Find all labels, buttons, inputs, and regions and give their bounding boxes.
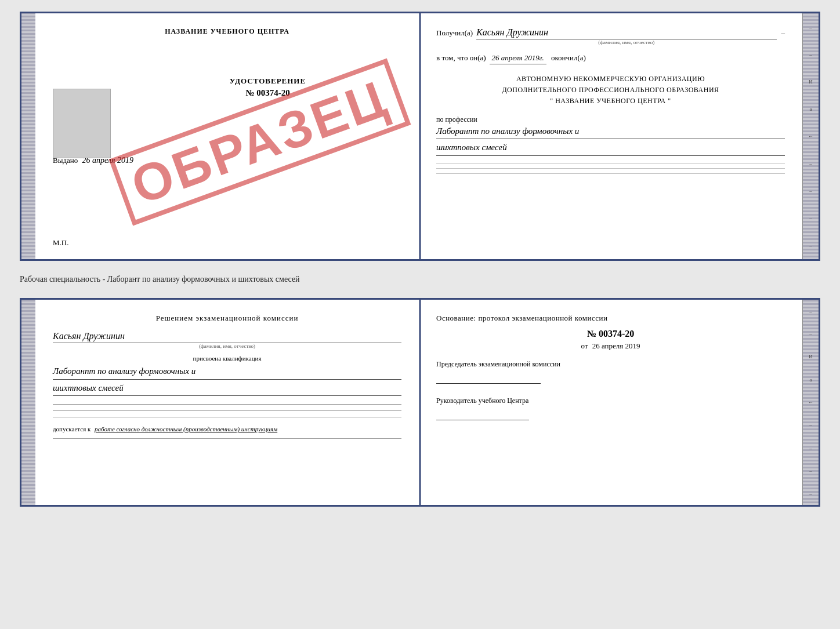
ot-label: от: [581, 341, 588, 350]
right-binding-strip-bottom: – – И а ← – – – –: [802, 300, 819, 505]
cert-right-panel: Получил(а) Касьян Дружинин (фамилия, имя…: [419, 13, 802, 259]
bottom-name-block: Касьян Дружинин (фамилия, имя, отчество): [53, 331, 401, 349]
poluchil-name: Касьян Дружинин: [476, 27, 776, 39]
poluchil-block: Получил(а) Касьян Дружинин (фамилия, имя…: [436, 27, 785, 45]
dopusk-text: работе согласно должностным (производств…: [95, 426, 277, 432]
ot-date: 26 апреля 2019: [592, 341, 640, 350]
bottom-right-panel: Основание: протокол экзаменационной коми…: [419, 300, 802, 505]
vtom-date: 26 апреля 2019г.: [490, 53, 546, 64]
cert-left-panel: НАЗВАНИЕ УЧЕБНОГО ЦЕНТРА УДОСТОВЕРЕНИЕ №…: [35, 13, 419, 259]
org-block: АВТОНОМНУЮ НЕКОММЕРЧЕСКУЮ ОРГАНИЗАЦИЮ ДО…: [436, 74, 785, 107]
dopusk-block: допускается к работе согласно должностны…: [53, 426, 401, 432]
b-i: И: [809, 354, 813, 359]
sig-line-2: [53, 410, 401, 411]
bottom-certificate: Решением экзаменационной комиссии Касьян…: [20, 298, 820, 507]
rb-number: № 00374-20: [436, 329, 785, 339]
cert-photo-placeholder: [53, 89, 111, 158]
binding-arrow: ←: [808, 133, 813, 139]
top-certificate: НАЗВАНИЕ УЧЕБНОГО ЦЕНТРА УДОСТОВЕРЕНИЕ №…: [20, 12, 820, 261]
vtom-block: в том, что он(а) 26 апреля 2019г. окончи…: [436, 53, 785, 64]
left-binding-strip: [21, 13, 35, 259]
predsedatel-label: Председатель экзаменационной комиссии: [436, 359, 785, 369]
b-dash-4: –: [809, 445, 812, 451]
dash-lines-right: [436, 163, 785, 174]
binding-dash-6: –: [809, 242, 812, 248]
binding-i: И: [809, 79, 813, 85]
rukovoditel-sig-line: [436, 420, 529, 420]
po-professii-label: по профессии: [436, 115, 785, 124]
sig-line-1: [53, 404, 401, 405]
dash-1: [436, 163, 785, 163]
bottom-name: Касьян Дружинин: [53, 331, 401, 343]
org-name-line: " НАЗВАНИЕ УЧЕБНОГО ЦЕНТРА ": [436, 96, 785, 107]
dash-3: [436, 173, 785, 174]
b-dash-1: –: [809, 308, 812, 314]
dopusk-label: допускается к: [53, 426, 90, 432]
cert-mp: М.П.: [53, 238, 68, 248]
okonchil-label: окончил(а): [551, 53, 586, 63]
bottom-fio-label: (фамилия, имя, отчество): [53, 343, 401, 349]
binding-dash-5: –: [809, 215, 812, 221]
rukovoditel-block: Руководитель учебного Центра: [436, 395, 785, 420]
predsedatel-sig-line: [436, 383, 541, 384]
osnovanie-label: Основание: протокол экзаменационной коми…: [436, 314, 785, 323]
b-a: а: [810, 377, 812, 383]
left-binding-strip-bottom: [21, 300, 35, 505]
resheniem-title: Решением экзаменационной комиссии: [53, 314, 401, 323]
dopusk-underline: [53, 438, 401, 439]
cert-school-title: НАЗВАНИЕ УЧЕБНОГО ЦЕНТРА: [53, 27, 401, 36]
b-dash-5: –: [809, 468, 812, 474]
cert-udost-label: УДОСТОВЕРЕНИЕ: [134, 77, 401, 86]
b-arrow: ←: [808, 399, 813, 405]
b-dash-3: –: [809, 422, 812, 428]
prisvoena-label: присвоена квалификация: [53, 355, 401, 362]
binding-a: а: [810, 106, 812, 112]
bottom-sig-lines: [53, 404, 401, 417]
b-dash-2: –: [809, 331, 812, 337]
kvali-line2: шихтповых смесей: [53, 381, 401, 397]
vtom-label: в том, что он(а): [436, 53, 486, 63]
cert-number: № 00374-20: [134, 88, 401, 98]
right-binding-strip-top: – – И а ← – – – –: [802, 13, 819, 259]
org-line1: АВТОНОМНУЮ НЕКОММЕРЧЕСКУЮ ОРГАНИЗАЦИЮ: [436, 74, 785, 85]
fio-label-top: (фамилия, имя, отчество): [476, 39, 776, 45]
predsedatel-block: Председатель экзаменационной комиссии: [436, 359, 785, 384]
binding-dash-3: –: [809, 161, 812, 166]
professiya-line2: шихтповых смесей: [436, 140, 785, 156]
rb-date-block: от 26 апреля 2019: [436, 341, 785, 351]
binding-label-1: –: [809, 24, 812, 30]
b-dash-6: –: [809, 490, 812, 496]
binding-label-2: –: [809, 52, 812, 57]
bottom-left-panel: Решением экзаменационной комиссии Касьян…: [35, 300, 419, 505]
professiya-line1: Лаборанпт по анализу формовочных и: [436, 124, 785, 140]
org-line2: ДОПОЛНИТЕЛЬНОГО ПРОФЕССИОНАЛЬНОГО ОБРАЗО…: [436, 85, 785, 96]
dash-2: [436, 168, 785, 169]
specialty-line: Рабочая специальность - Лаборант по анал…: [20, 270, 820, 289]
kvali-line1: Лаборанпт по анализу формовочных и: [53, 364, 401, 380]
rukovoditel-label: Руководитель учебного Центра: [436, 395, 785, 406]
binding-dash-4: –: [809, 188, 812, 194]
poluchil-label: Получил(а): [436, 28, 473, 38]
sig-line-3: [53, 417, 401, 417]
